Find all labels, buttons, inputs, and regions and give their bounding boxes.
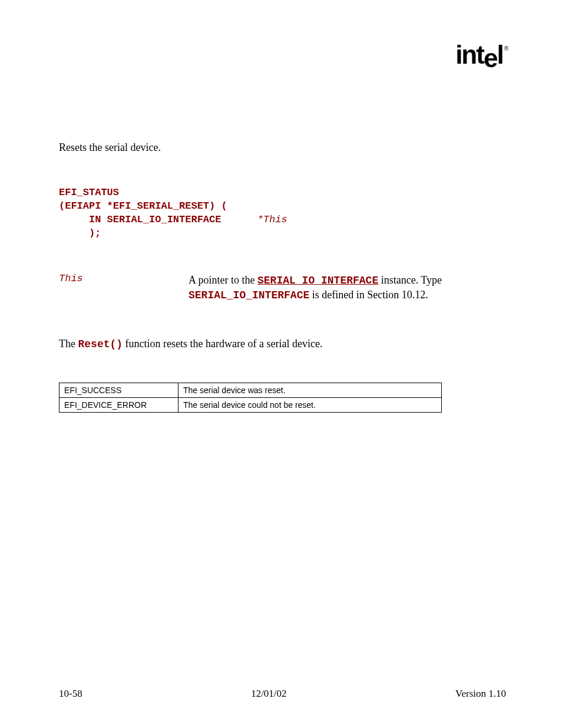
table-row: EFI_SUCCESS The serial device was reset. xyxy=(59,383,442,398)
proto-line3a: IN SERIAL_IO_INTERFACE xyxy=(59,214,257,225)
page-footer: 10-58 12/01/02 Version 1.10 xyxy=(59,688,506,700)
status-code-cell: EFI_SUCCESS xyxy=(59,383,178,398)
desc-pre: The xyxy=(59,338,78,350)
proto-line3b: *This xyxy=(257,214,287,225)
param-desc-pre: A pointer to the xyxy=(189,274,257,286)
proto-line1: EFI_STATUS xyxy=(59,187,119,198)
param-name: This xyxy=(59,273,189,303)
description-block: The Reset() function resets the hardware… xyxy=(59,338,506,350)
footer-page-number: 10-58 xyxy=(59,688,82,700)
intel-logo: intel® xyxy=(455,40,506,70)
param-desc-code: SERIAL_IO_INTERFACE xyxy=(189,289,309,301)
prototype-block: EFI_STATUS (EFIAPI *EFI_SERIAL_RESET) ( … xyxy=(59,186,506,241)
proto-line4: ); xyxy=(59,228,101,239)
table-row: EFI_DEVICE_ERROR The serial device could… xyxy=(59,398,442,413)
param-description: A pointer to the SERIAL_IO_INTERFACE ins… xyxy=(189,273,506,303)
summary-text: Resets the serial device. xyxy=(59,141,506,154)
footer-version: Version 1.10 xyxy=(455,688,506,700)
proto-line2: (EFIAPI *EFI_SERIAL_RESET) ( xyxy=(59,200,227,212)
param-desc-link[interactable]: SERIAL_IO_INTERFACE xyxy=(257,275,378,286)
param-desc-post: is defined in Section 10.12. xyxy=(309,289,428,301)
status-desc-cell: The serial device was reset. xyxy=(178,383,442,398)
desc-post: function resets the hardware of a serial… xyxy=(123,338,322,350)
desc-code: Reset() xyxy=(78,338,123,350)
parameters-block: This A pointer to the SERIAL_IO_INTERFAC… xyxy=(59,273,506,303)
status-desc-cell: The serial device could not be reset. xyxy=(178,398,442,413)
status-codes-table: EFI_SUCCESS The serial device was reset.… xyxy=(59,383,442,413)
status-code-cell: EFI_DEVICE_ERROR xyxy=(59,398,178,413)
param-desc-mid: instance. Type xyxy=(378,274,442,286)
footer-date: 12/01/02 xyxy=(251,688,286,700)
